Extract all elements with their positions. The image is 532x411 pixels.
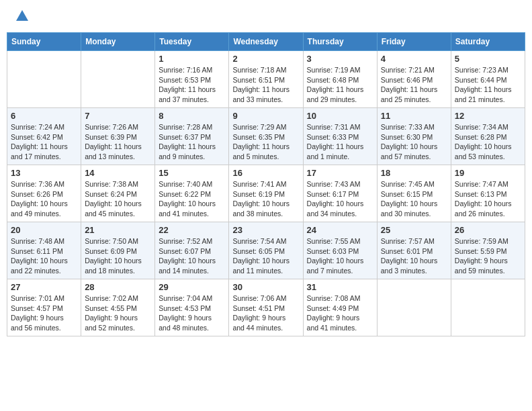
calendar-cell: 25Sunrise: 7:57 AM Sunset: 6:01 PM Dayli…	[377, 222, 451, 279]
column-header-wednesday: Wednesday	[229, 33, 303, 51]
day-info: Sunrise: 7:31 AM Sunset: 6:33 PM Dayligh…	[307, 122, 373, 162]
day-info: Sunrise: 7:50 AM Sunset: 6:09 PM Dayligh…	[85, 236, 151, 276]
calendar-cell: 9Sunrise: 7:29 AM Sunset: 6:35 PM Daylig…	[229, 108, 303, 165]
calendar-header-row: SundayMondayTuesdayWednesdayThursdayFrid…	[7, 33, 525, 51]
calendar-week-row: 1Sunrise: 7:16 AM Sunset: 6:53 PM Daylig…	[7, 51, 525, 108]
calendar-cell: 8Sunrise: 7:28 AM Sunset: 6:37 PM Daylig…	[155, 108, 229, 165]
logo	[13, 10, 30, 24]
calendar-cell: 4Sunrise: 7:21 AM Sunset: 6:46 PM Daylig…	[377, 51, 451, 108]
day-info: Sunrise: 7:34 AM Sunset: 6:28 PM Dayligh…	[455, 122, 521, 162]
day-info: Sunrise: 7:24 AM Sunset: 6:42 PM Dayligh…	[11, 122, 77, 162]
calendar-cell: 2Sunrise: 7:18 AM Sunset: 6:51 PM Daylig…	[229, 51, 303, 108]
day-number: 14	[85, 168, 151, 178]
calendar-cell	[7, 51, 81, 108]
day-number: 17	[307, 168, 373, 178]
calendar-cell: 14Sunrise: 7:38 AM Sunset: 6:24 PM Dayli…	[81, 165, 155, 222]
day-info: Sunrise: 7:06 AM Sunset: 4:51 PM Dayligh…	[232, 293, 299, 333]
day-info: Sunrise: 7:59 AM Sunset: 5:59 PM Dayligh…	[455, 236, 521, 276]
day-info: Sunrise: 7:33 AM Sunset: 6:30 PM Dayligh…	[381, 122, 447, 162]
calendar-week-row: 13Sunrise: 7:36 AM Sunset: 6:26 PM Dayli…	[7, 165, 525, 222]
day-info: Sunrise: 7:38 AM Sunset: 6:24 PM Dayligh…	[85, 179, 151, 219]
calendar-cell: 31Sunrise: 7:08 AM Sunset: 4:49 PM Dayli…	[303, 279, 377, 336]
column-header-tuesday: Tuesday	[155, 33, 229, 51]
day-info: Sunrise: 7:16 AM Sunset: 6:53 PM Dayligh…	[159, 65, 225, 105]
calendar-cell: 10Sunrise: 7:31 AM Sunset: 6:33 PM Dayli…	[303, 108, 377, 165]
calendar-cell: 23Sunrise: 7:54 AM Sunset: 6:05 PM Dayli…	[229, 222, 303, 279]
calendar-cell: 22Sunrise: 7:52 AM Sunset: 6:07 PM Dayli…	[155, 222, 229, 279]
day-number: 27	[11, 282, 77, 292]
column-header-thursday: Thursday	[303, 33, 377, 51]
svg-marker-0	[16, 10, 28, 21]
day-info: Sunrise: 7:54 AM Sunset: 6:05 PM Dayligh…	[232, 236, 299, 276]
calendar-cell: 12Sunrise: 7:34 AM Sunset: 6:28 PM Dayli…	[451, 108, 525, 165]
calendar-week-row: 6Sunrise: 7:24 AM Sunset: 6:42 PM Daylig…	[7, 108, 525, 165]
day-info: Sunrise: 7:01 AM Sunset: 4:57 PM Dayligh…	[11, 293, 77, 333]
day-info: Sunrise: 7:40 AM Sunset: 6:22 PM Dayligh…	[159, 179, 225, 219]
calendar-cell	[451, 279, 525, 336]
day-number: 13	[11, 168, 77, 178]
day-number: 6	[11, 111, 77, 121]
calendar-table: SundayMondayTuesdayWednesdayThursdayFrid…	[7, 32, 525, 336]
calendar-cell: 30Sunrise: 7:06 AM Sunset: 4:51 PM Dayli…	[229, 279, 303, 336]
column-header-sunday: Sunday	[7, 33, 81, 51]
calendar-cell	[81, 51, 155, 108]
logo-icon	[15, 9, 30, 24]
calendar-cell: 27Sunrise: 7:01 AM Sunset: 4:57 PM Dayli…	[7, 279, 81, 336]
column-header-friday: Friday	[377, 33, 451, 51]
calendar-cell: 3Sunrise: 7:19 AM Sunset: 6:48 PM Daylig…	[303, 51, 377, 108]
calendar-cell: 11Sunrise: 7:33 AM Sunset: 6:30 PM Dayli…	[377, 108, 451, 165]
calendar-cell: 20Sunrise: 7:48 AM Sunset: 6:11 PM Dayli…	[7, 222, 81, 279]
day-info: Sunrise: 7:41 AM Sunset: 6:19 PM Dayligh…	[232, 179, 299, 219]
day-number: 7	[85, 111, 151, 121]
day-number: 2	[232, 54, 299, 64]
day-number: 5	[455, 54, 521, 64]
calendar-cell: 16Sunrise: 7:41 AM Sunset: 6:19 PM Dayli…	[229, 165, 303, 222]
calendar-cell: 19Sunrise: 7:47 AM Sunset: 6:13 PM Dayli…	[451, 165, 525, 222]
day-info: Sunrise: 7:19 AM Sunset: 6:48 PM Dayligh…	[307, 65, 373, 105]
day-info: Sunrise: 7:08 AM Sunset: 4:49 PM Dayligh…	[307, 293, 373, 333]
day-number: 30	[232, 282, 299, 292]
day-number: 19	[455, 168, 521, 178]
calendar-cell: 29Sunrise: 7:04 AM Sunset: 4:53 PM Dayli…	[155, 279, 229, 336]
calendar-cell: 18Sunrise: 7:45 AM Sunset: 6:15 PM Dayli…	[377, 165, 451, 222]
day-info: Sunrise: 7:23 AM Sunset: 6:44 PM Dayligh…	[455, 65, 521, 105]
day-number: 1	[159, 54, 225, 64]
calendar-cell: 24Sunrise: 7:55 AM Sunset: 6:03 PM Dayli…	[303, 222, 377, 279]
day-info: Sunrise: 7:48 AM Sunset: 6:11 PM Dayligh…	[11, 236, 77, 276]
day-number: 23	[232, 225, 299, 235]
day-info: Sunrise: 7:26 AM Sunset: 6:39 PM Dayligh…	[85, 122, 151, 162]
day-number: 18	[381, 168, 447, 178]
day-number: 26	[455, 225, 521, 235]
calendar-cell: 6Sunrise: 7:24 AM Sunset: 6:42 PM Daylig…	[7, 108, 81, 165]
day-number: 4	[381, 54, 447, 64]
day-number: 28	[85, 282, 151, 292]
column-header-monday: Monday	[81, 33, 155, 51]
day-number: 8	[159, 111, 225, 121]
day-info: Sunrise: 7:57 AM Sunset: 6:01 PM Dayligh…	[381, 236, 447, 276]
day-number: 22	[159, 225, 225, 235]
calendar-cell: 28Sunrise: 7:02 AM Sunset: 4:55 PM Dayli…	[81, 279, 155, 336]
day-info: Sunrise: 7:52 AM Sunset: 6:07 PM Dayligh…	[159, 236, 225, 276]
calendar-cell: 15Sunrise: 7:40 AM Sunset: 6:22 PM Dayli…	[155, 165, 229, 222]
calendar-week-row: 20Sunrise: 7:48 AM Sunset: 6:11 PM Dayli…	[7, 222, 525, 279]
calendar-cell: 26Sunrise: 7:59 AM Sunset: 5:59 PM Dayli…	[451, 222, 525, 279]
day-info: Sunrise: 7:45 AM Sunset: 6:15 PM Dayligh…	[381, 179, 447, 219]
day-number: 29	[159, 282, 225, 292]
day-number: 16	[232, 168, 299, 178]
day-info: Sunrise: 7:29 AM Sunset: 6:35 PM Dayligh…	[232, 122, 299, 162]
day-info: Sunrise: 7:18 AM Sunset: 6:51 PM Dayligh…	[232, 65, 299, 105]
day-number: 10	[307, 111, 373, 121]
calendar-cell: 21Sunrise: 7:50 AM Sunset: 6:09 PM Dayli…	[81, 222, 155, 279]
day-number: 31	[307, 282, 373, 292]
day-number: 20	[11, 225, 77, 235]
day-number: 11	[381, 111, 447, 121]
calendar-week-row: 27Sunrise: 7:01 AM Sunset: 4:57 PM Dayli…	[7, 279, 525, 336]
day-info: Sunrise: 7:43 AM Sunset: 6:17 PM Dayligh…	[307, 179, 373, 219]
calendar-cell	[377, 279, 451, 336]
calendar-cell: 13Sunrise: 7:36 AM Sunset: 6:26 PM Dayli…	[7, 165, 81, 222]
day-info: Sunrise: 7:36 AM Sunset: 6:26 PM Dayligh…	[11, 179, 77, 219]
day-info: Sunrise: 7:28 AM Sunset: 6:37 PM Dayligh…	[159, 122, 225, 162]
calendar-cell: 17Sunrise: 7:43 AM Sunset: 6:17 PM Dayli…	[303, 165, 377, 222]
calendar-cell: 5Sunrise: 7:23 AM Sunset: 6:44 PM Daylig…	[451, 51, 525, 108]
day-info: Sunrise: 7:02 AM Sunset: 4:55 PM Dayligh…	[85, 293, 151, 333]
